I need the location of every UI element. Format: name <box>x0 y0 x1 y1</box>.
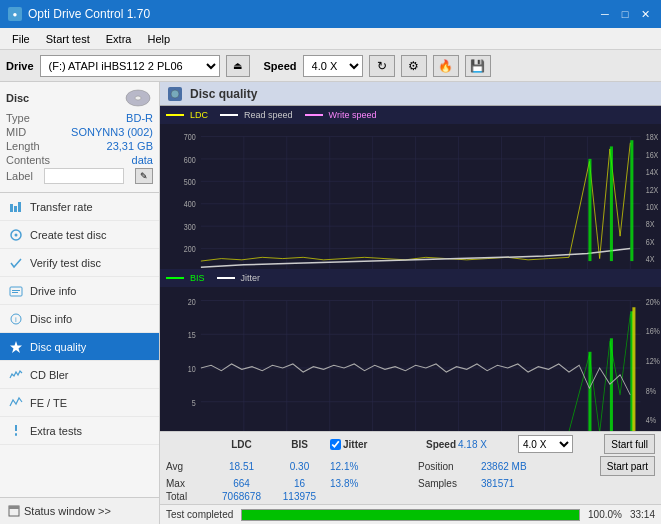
sidebar-item-cd-bler[interactable]: CD Bler <box>0 361 159 389</box>
settings-button[interactable]: ⚙ <box>401 55 427 77</box>
svg-text:700: 700 <box>184 133 196 143</box>
svg-marker-12 <box>10 341 22 353</box>
drive-select[interactable]: (F:) ATAPI iHBS112 2 PL06 <box>40 55 220 77</box>
sidebar-item-fe-te[interactable]: FE / TE <box>0 389 159 417</box>
svg-text:8%: 8% <box>646 385 657 396</box>
svg-rect-13 <box>15 425 17 431</box>
titlebar: ● Opti Drive Control 1.70 ─ □ ✕ <box>0 0 661 28</box>
sidebar-item-transfer-rate[interactable]: Transfer rate <box>0 193 159 221</box>
svg-rect-66 <box>160 287 661 431</box>
chart-header-icon <box>168 87 182 101</box>
menu-help[interactable]: Help <box>139 31 178 47</box>
svg-text:4X: 4X <box>646 255 655 265</box>
svg-rect-16 <box>9 506 19 509</box>
sidebar-item-extra-tests[interactable]: Extra tests <box>0 417 159 445</box>
burn-button[interactable]: 🔥 <box>433 55 459 77</box>
cd-bler-icon <box>8 367 24 383</box>
write-speed-legend-label: Write speed <box>329 110 377 120</box>
create-test-disc-icon <box>8 227 24 243</box>
sidebar-item-disc-info[interactable]: i Disc info <box>0 305 159 333</box>
start-full-button[interactable]: Start full <box>604 434 655 454</box>
svg-rect-7 <box>10 287 22 296</box>
menu-start-test[interactable]: Start test <box>38 31 98 47</box>
svg-point-1 <box>135 96 141 100</box>
sidebar-item-create-test-disc[interactable]: Create test disc <box>0 221 159 249</box>
bis-col-header: BIS <box>277 439 322 450</box>
start-part-button[interactable]: Start part <box>600 456 655 476</box>
max-bis: 16 <box>277 478 322 489</box>
maximize-button[interactable]: □ <box>617 6 633 22</box>
avg-jitter: 12.1% <box>330 461 410 472</box>
status-window-button[interactable]: Status window >> <box>0 498 159 524</box>
svg-rect-14 <box>15 433 17 436</box>
speed-select-stats[interactable]: 4.0 X <box>518 435 573 453</box>
transfer-rate-label: Transfer rate <box>30 201 93 213</box>
drive-label: Drive <box>6 60 34 72</box>
svg-text:i: i <box>15 315 17 324</box>
disc-section-label: Disc <box>6 92 29 104</box>
jitter-legend: Jitter <box>217 273 261 283</box>
disc-info-icon: i <box>8 311 24 327</box>
max-ldc: 664 <box>214 478 269 489</box>
svg-text:6X: 6X <box>646 237 655 247</box>
total-bis: 113975 <box>277 491 322 502</box>
status-window-text: Status window >> <box>24 505 111 517</box>
drive-info-icon <box>8 283 24 299</box>
menu-file[interactable]: File <box>4 31 38 47</box>
svg-text:20: 20 <box>188 296 196 307</box>
mid-value: SONYNN3 (002) <box>71 126 153 138</box>
jitter-legend-label: Jitter <box>241 273 261 283</box>
avg-speed-value: 4.18 X <box>458 439 487 450</box>
top-chart-svg: 700 600 500 400 300 200 100 18X 16X 14X … <box>160 124 661 286</box>
save-button[interactable]: 💾 <box>465 55 491 77</box>
svg-text:15: 15 <box>188 329 196 340</box>
extra-tests-label: Extra tests <box>30 425 82 437</box>
avg-bis: 0.30 <box>277 461 322 472</box>
cd-bler-label: CD Bler <box>30 369 69 381</box>
svg-rect-18 <box>160 124 661 286</box>
svg-text:16X: 16X <box>646 150 659 160</box>
speed-select[interactable]: 4.0 X <box>303 55 363 77</box>
eject-button[interactable]: ⏏ <box>226 55 250 77</box>
sidebar-item-verify-test-disc[interactable]: Verify test disc <box>0 249 159 277</box>
mid-key: MID <box>6 126 26 138</box>
progress-bar-outer <box>241 509 580 521</box>
contents-key: Contents <box>6 154 50 166</box>
charts-area: LDC Read speed Write speed <box>160 106 661 431</box>
minimize-button[interactable]: ─ <box>597 6 613 22</box>
svg-text:600: 600 <box>184 155 196 165</box>
svg-rect-83 <box>610 338 613 431</box>
svg-rect-3 <box>14 206 17 212</box>
avg-ldc: 18.51 <box>214 461 269 472</box>
svg-point-17 <box>171 90 179 98</box>
sidebar-item-drive-info[interactable]: Drive info <box>0 277 159 305</box>
stats-bar: LDC BIS Jitter Speed 4.18 X 4.0 X Start … <box>160 431 661 504</box>
app-icon: ● <box>8 7 22 21</box>
svg-text:16%: 16% <box>646 325 661 336</box>
close-button[interactable]: ✕ <box>637 6 653 22</box>
create-test-disc-label: Create test disc <box>30 229 106 241</box>
refresh-button[interactable]: ↻ <box>369 55 395 77</box>
label-input[interactable] <box>44 168 124 184</box>
verify-test-disc-icon <box>8 255 24 271</box>
status-window-icon <box>8 505 20 517</box>
disc-quality-icon <box>8 339 24 355</box>
chart-title: Disc quality <box>190 87 257 101</box>
menu-extra[interactable]: Extra <box>98 31 140 47</box>
svg-text:12%: 12% <box>646 355 661 366</box>
total-row-label: Total <box>166 491 206 502</box>
fe-te-icon <box>8 395 24 411</box>
top-chart: LDC Read speed Write speed <box>160 106 661 269</box>
jitter-checkbox[interactable] <box>330 439 341 450</box>
svg-text:10: 10 <box>188 363 196 374</box>
label-edit-button[interactable]: ✎ <box>135 168 153 184</box>
transfer-rate-icon <box>8 199 24 215</box>
speed-col-header: Speed <box>426 439 456 450</box>
svg-rect-38 <box>630 140 633 261</box>
svg-text:4%: 4% <box>646 414 657 425</box>
length-key: Length <box>6 140 40 152</box>
write-speed-legend: Write speed <box>305 110 377 120</box>
disc-quality-label: Disc quality <box>30 341 86 353</box>
drivebar: Drive (F:) ATAPI iHBS112 2 PL06 ⏏ Speed … <box>0 50 661 82</box>
sidebar-item-disc-quality[interactable]: Disc quality <box>0 333 159 361</box>
